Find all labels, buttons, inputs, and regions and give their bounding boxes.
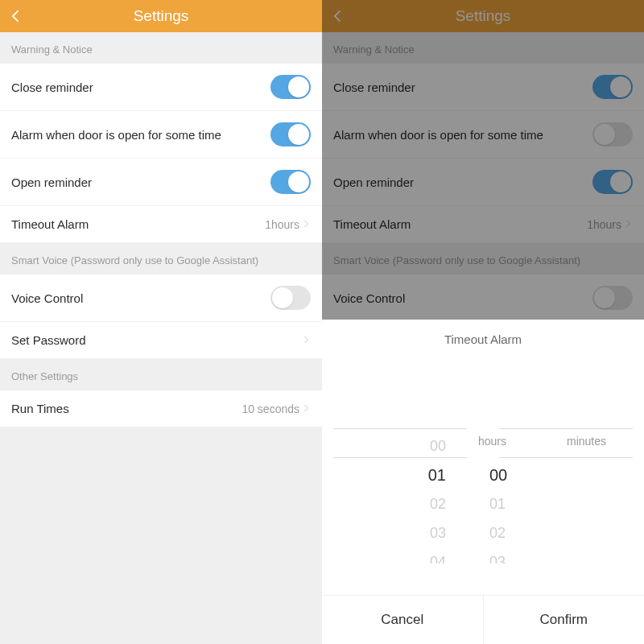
toggle-close-reminder[interactable]	[270, 75, 311, 99]
row-timeout-alarm[interactable]: Timeout Alarm 1hours	[322, 206, 644, 243]
toggle-open-reminder[interactable]	[592, 170, 633, 194]
picker-minutes-column[interactable]: 0001020304	[483, 386, 588, 564]
row-open-reminder[interactable]: Open reminder	[0, 159, 322, 206]
row-close-reminder[interactable]: Close reminder	[322, 64, 644, 111]
settings-screen-left: Settings Warning & Notice Close reminder…	[0, 0, 322, 644]
row-label: Set Password	[11, 333, 86, 347]
row-label: Voice Control	[11, 291, 83, 305]
section-smart-voice: Smart Voice (Password only use to Google…	[322, 243, 644, 275]
settings-screen-right: Settings Warning & Notice Close reminder…	[322, 0, 644, 644]
back-button[interactable]	[8, 0, 24, 32]
row-voice-control[interactable]: Voice Control	[322, 275, 644, 322]
toggle-open-reminder[interactable]	[270, 170, 311, 194]
picker-item[interactable]: 01	[378, 460, 446, 489]
arrow-left-icon	[330, 8, 346, 24]
picker-item[interactable]	[378, 386, 446, 402]
toggle-close-reminder[interactable]	[592, 75, 633, 99]
picker-item[interactable]: 03	[378, 518, 446, 547]
row-label: Open reminder	[333, 175, 414, 189]
row-value: 10 seconds	[242, 402, 299, 415]
arrow-left-icon	[8, 8, 24, 24]
toggle-alarm-door-open[interactable]	[270, 122, 311, 147]
picker-item[interactable]	[378, 402, 446, 431]
picker-item[interactable]: 00	[378, 431, 446, 460]
section-other-settings: Other Settings	[0, 359, 322, 390]
row-run-times[interactable]: Run Times 10 seconds	[0, 390, 322, 427]
row-label: Run Times	[11, 402, 69, 415]
confirm-button[interactable]: Confirm	[483, 596, 645, 644]
row-open-reminder[interactable]: Open reminder	[322, 159, 644, 206]
section-warning-notice: Warning & Notice	[322, 32, 644, 64]
app-header: Settings	[0, 0, 322, 32]
picker-item[interactable]: 01	[489, 489, 588, 518]
row-alarm-door-open[interactable]: Alarm when door is open for some time	[0, 111, 322, 159]
app-header: Settings	[322, 0, 644, 32]
row-alarm-door-open[interactable]: Alarm when door is open for some time	[322, 111, 644, 159]
row-label: Alarm when door is open for some time	[11, 128, 221, 142]
row-label: Close reminder	[333, 80, 415, 94]
row-label: Timeout Alarm	[11, 217, 89, 231]
picker-item[interactable]: 02	[378, 489, 446, 518]
page-title: Settings	[134, 7, 189, 25]
picker-item[interactable]: 02	[489, 518, 588, 547]
row-set-password[interactable]: Set Password	[0, 322, 322, 359]
row-close-reminder[interactable]: Close reminder	[0, 64, 322, 111]
toggle-alarm-door-open[interactable]	[592, 122, 633, 147]
timeout-alarm-sheet: Timeout Alarm 0001020304 hours 000102030…	[322, 320, 644, 644]
toggle-voice-control[interactable]	[270, 286, 311, 310]
minutes-unit: minutes	[567, 435, 606, 448]
row-label: Timeout Alarm	[333, 217, 411, 231]
row-label: Open reminder	[11, 175, 92, 189]
row-timeout-alarm[interactable]: Timeout Alarm 1hours	[0, 206, 322, 243]
toggle-voice-control[interactable]	[592, 286, 633, 310]
back-button[interactable]	[330, 0, 346, 32]
row-label: Alarm when door is open for some time	[333, 128, 543, 142]
chevron-right-icon	[301, 334, 311, 347]
cancel-button[interactable]: Cancel	[322, 596, 483, 644]
page-title: Settings	[456, 7, 511, 25]
row-label: Close reminder	[11, 80, 93, 94]
picker-item[interactable]: 03	[489, 547, 588, 564]
chevron-right-icon	[301, 218, 311, 231]
sheet-title: Timeout Alarm	[322, 320, 644, 354]
section-smart-voice: Smart Voice (Password only use to Google…	[0, 243, 322, 275]
sheet-buttons: Cancel Confirm	[322, 595, 644, 644]
picker-item[interactable]: 04	[378, 547, 446, 564]
time-picker[interactable]: 0001020304 hours 0001020304 minutes	[322, 354, 644, 595]
picker-hours-column[interactable]: 0001020304	[378, 386, 483, 564]
picker-item[interactable]: 00	[489, 460, 588, 489]
chevron-right-icon	[623, 218, 633, 231]
row-label: Voice Control	[333, 291, 405, 305]
row-voice-control[interactable]: Voice Control	[0, 275, 322, 322]
row-value: 1hours	[587, 218, 621, 231]
row-value: 1hours	[265, 218, 299, 231]
chevron-right-icon	[301, 402, 311, 415]
section-warning-notice: Warning & Notice	[0, 32, 322, 64]
picker-item[interactable]	[489, 402, 588, 431]
